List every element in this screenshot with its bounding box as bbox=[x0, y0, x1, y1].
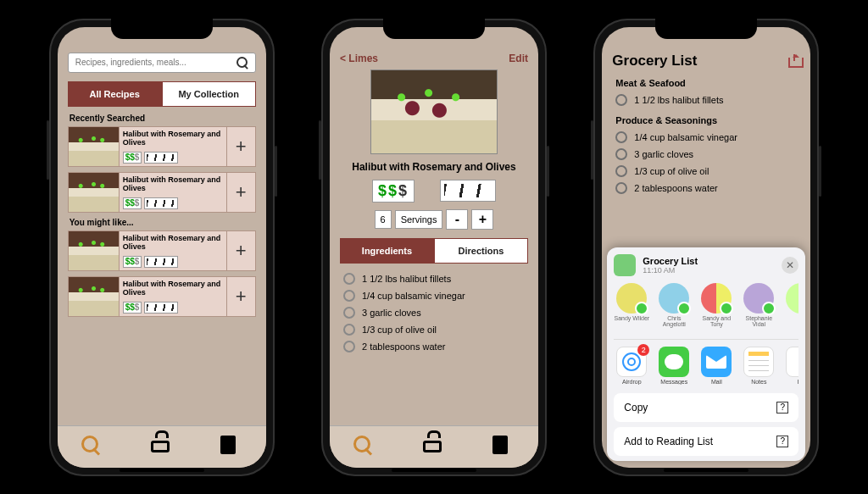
add-recipe-button[interactable]: + bbox=[226, 277, 255, 316]
airdrop-contacts-row: Sandy Wilder Chris Angelotti Sandy and T… bbox=[614, 283, 798, 332]
grocery-item[interactable]: 3 garlic cloves bbox=[612, 146, 800, 163]
search-bar[interactable] bbox=[68, 53, 256, 73]
add-recipe-button[interactable]: + bbox=[226, 231, 255, 270]
grocery-item[interactable]: 1/3 cup of olive oil bbox=[612, 163, 800, 180]
action-copy[interactable]: Copy ? bbox=[614, 393, 798, 422]
share-contact[interactable]: Stephanie Vidal bbox=[741, 283, 776, 327]
section-header-suggest: You might like... bbox=[70, 218, 256, 227]
ingredient-item[interactable]: 1/4 cup balsamic vinegar bbox=[340, 287, 528, 304]
checkbox-icon[interactable] bbox=[343, 341, 355, 352]
recipe-scope-segmented: All Recipes My Collection bbox=[68, 81, 256, 107]
messages-icon bbox=[659, 347, 689, 377]
app-icon bbox=[786, 347, 798, 377]
app-icon bbox=[614, 254, 636, 276]
difficulty-rating bbox=[440, 180, 496, 202]
copy-icon: ? bbox=[776, 402, 788, 414]
checkbox-icon[interactable] bbox=[343, 290, 355, 302]
recipe-card[interactable]: Halibut with Rosemary and Olives $$$ + bbox=[68, 276, 256, 317]
difficulty-rating bbox=[144, 256, 178, 268]
share-contact[interactable]: A bbox=[783, 283, 798, 327]
add-recipe-button[interactable]: + bbox=[226, 173, 255, 212]
share-app-messages[interactable]: Messages bbox=[656, 347, 692, 385]
share-app-more[interactable]: Re bbox=[783, 347, 798, 385]
share-contact[interactable]: Sandy Wilder bbox=[614, 283, 649, 327]
ingredients-list: 1 1/2 lbs halibut fillets 1/4 cup balsam… bbox=[340, 270, 528, 355]
checkbox-icon[interactable] bbox=[343, 324, 355, 336]
action-reading-list[interactable]: Add to Reading List ? bbox=[614, 427, 798, 456]
grocery-item[interactable]: 1 1/2 lbs halibut fillets bbox=[612, 92, 800, 108]
recipe-thumbnail bbox=[69, 231, 120, 270]
servings-decrement[interactable]: - bbox=[446, 209, 468, 230]
notch bbox=[111, 19, 213, 39]
avatar bbox=[701, 283, 732, 314]
home-indicator bbox=[392, 469, 476, 472]
price-rating: $$$ bbox=[123, 302, 142, 314]
servings-stepper: 6 Servings - + bbox=[340, 209, 528, 230]
avatar bbox=[743, 283, 774, 314]
page-title: Grocery List bbox=[612, 53, 697, 69]
avatar bbox=[616, 283, 647, 314]
share-contact[interactable]: Sandy and Tony bbox=[698, 283, 734, 327]
recipe-title: Halibut with Rosemary and Olives bbox=[123, 130, 223, 147]
price-rating: $$$ bbox=[123, 256, 142, 268]
checkbox-icon[interactable] bbox=[343, 307, 355, 319]
share-sheet: Grocery List 11:10 AM ✕ Sandy Wilder Chr… bbox=[607, 247, 805, 461]
recipe-title: Halibut with Rosemary and Olives bbox=[340, 161, 528, 173]
grocery-item[interactable]: 2 tablespoons water bbox=[612, 180, 800, 197]
group-header: Meat & Seafood bbox=[615, 78, 800, 88]
grocery-list-screen: Grocery List Meat & Seafood 1 1/2 lbs ha… bbox=[602, 27, 810, 197]
phone-mockup-search: All Recipes My Collection Recently Searc… bbox=[49, 19, 275, 476]
section-header-recent: Recently Searched bbox=[70, 114, 256, 123]
share-app-mail[interactable]: Mail bbox=[698, 347, 734, 385]
checkbox-icon[interactable] bbox=[615, 182, 627, 194]
grocery-item[interactable]: 1/4 cup balsamic vinegar bbox=[612, 129, 800, 146]
recipe-title: Halibut with Rosemary and Olives bbox=[123, 280, 223, 297]
group-header: Produce & Seasonings bbox=[615, 115, 800, 125]
tab-basket-icon[interactable] bbox=[423, 436, 445, 458]
tab-book-icon[interactable] bbox=[492, 436, 515, 458]
tab-basket-icon[interactable] bbox=[151, 436, 173, 458]
tab-bar bbox=[330, 425, 538, 468]
airdrop-icon: 2 bbox=[616, 347, 647, 377]
notes-icon bbox=[743, 347, 774, 377]
ingredient-item[interactable]: 2 tablespoons water bbox=[340, 338, 528, 355]
tab-search-icon[interactable] bbox=[81, 436, 103, 458]
search-input[interactable] bbox=[75, 58, 236, 67]
ingredient-item[interactable]: 3 garlic cloves bbox=[340, 304, 528, 321]
tab-directions[interactable]: Directions bbox=[434, 238, 528, 264]
phone-mockup-detail: < Limes Edit Halibut with Rosemary and O… bbox=[321, 19, 547, 476]
ingredient-item[interactable]: 1/3 cup of olive oil bbox=[340, 321, 528, 338]
share-contact[interactable]: Chris Angelotti bbox=[656, 283, 692, 327]
tab-ingredients[interactable]: Ingredients bbox=[340, 238, 434, 264]
share-app-airdrop[interactable]: 2 Airdrop bbox=[614, 347, 649, 385]
notch bbox=[383, 19, 485, 39]
servings-value: 6 bbox=[375, 210, 392, 229]
checkbox-icon[interactable] bbox=[615, 94, 627, 106]
tab-all-recipes[interactable]: All Recipes bbox=[68, 81, 162, 107]
share-icon[interactable] bbox=[788, 54, 800, 68]
checkbox-icon[interactable] bbox=[615, 165, 627, 177]
tab-search-icon[interactable] bbox=[353, 436, 376, 458]
tab-my-collection[interactable]: My Collection bbox=[162, 81, 256, 107]
price-rating: $$$ bbox=[123, 152, 142, 164]
recipe-card[interactable]: Halibut with Rosemary and Olives $$$ + bbox=[68, 230, 256, 271]
ingredient-item[interactable]: 1 1/2 lbs halibut fillets bbox=[340, 270, 528, 287]
add-recipe-button[interactable]: + bbox=[226, 127, 255, 166]
edit-button[interactable]: Edit bbox=[509, 53, 528, 64]
share-apps-row: 2 Airdrop Messages Mail Notes bbox=[614, 339, 798, 385]
servings-increment[interactable]: + bbox=[471, 209, 493, 230]
recipe-thumbnail bbox=[69, 127, 120, 166]
checkbox-icon[interactable] bbox=[615, 131, 627, 143]
recipe-hero-image bbox=[370, 69, 498, 154]
difficulty-rating bbox=[144, 197, 178, 209]
checkbox-icon[interactable] bbox=[615, 148, 627, 160]
recipe-card[interactable]: Halibut with Rosemary and Olives $$$ + bbox=[68, 126, 256, 167]
tab-book-icon[interactable] bbox=[220, 436, 242, 458]
close-icon[interactable]: ✕ bbox=[782, 257, 798, 274]
recipe-card[interactable]: Halibut with Rosemary and Olives $$$ + bbox=[68, 172, 256, 213]
share-app-notes[interactable]: Notes bbox=[741, 347, 776, 385]
badge: 2 bbox=[637, 344, 649, 356]
price-rating: $$$ bbox=[372, 180, 415, 203]
checkbox-icon[interactable] bbox=[343, 273, 355, 285]
back-button[interactable]: < Limes bbox=[340, 53, 378, 64]
